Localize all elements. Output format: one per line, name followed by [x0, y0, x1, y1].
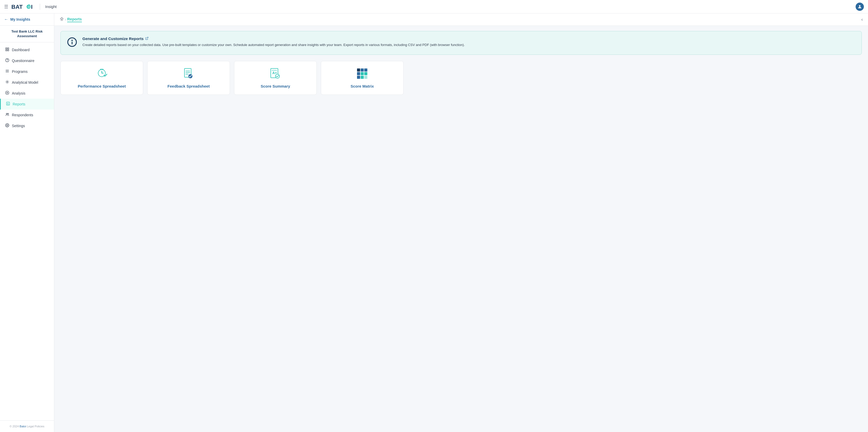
- svg-rect-49: [361, 76, 364, 79]
- sidebar-item-dashboard[interactable]: Dashboard: [0, 44, 54, 55]
- sidebar: ← My Insights Test Bank LLC Risk Assessm…: [0, 13, 54, 432]
- svg-point-16: [5, 91, 9, 95]
- back-arrow-icon: ←: [4, 17, 8, 22]
- report-cards-grid: Performance Spreadsheet: [60, 61, 862, 95]
- user-avatar[interactable]: [856, 3, 864, 11]
- svg-rect-48: [357, 76, 360, 79]
- sidebar-footer: © 2024 Batoi Legal Policies: [0, 420, 54, 432]
- info-banner-title: Generate and Customize Reports: [83, 36, 465, 41]
- svg-point-17: [7, 92, 8, 93]
- collapse-sidebar-icon[interactable]: ‹: [861, 17, 863, 22]
- breadcrumb-bar: › Reports ‹: [54, 13, 868, 26]
- sidebar-item-analysis[interactable]: Analysis: [0, 88, 54, 99]
- svg-rect-42: [357, 68, 360, 71]
- breadcrumb-separator: ›: [65, 18, 66, 22]
- sidebar-item-settings[interactable]: Settings: [0, 120, 54, 131]
- sidebar-nav: Dashboard Questionnaire Programs: [0, 42, 54, 420]
- report-card-feedback-spreadsheet[interactable]: Feedback Spreadsheet: [147, 61, 230, 95]
- main-content: › Reports ‹ Generate and Customize Repor…: [54, 13, 868, 432]
- svg-text:®: ®: [29, 4, 30, 5]
- feedback-spreadsheet-label: Feedback Spreadsheet: [167, 84, 210, 88]
- org-name: Test Bank LLC Risk Assessment: [4, 29, 50, 38]
- sidebar-item-respondents[interactable]: Respondents: [0, 110, 54, 120]
- sidebar-item-label: Reports: [13, 102, 25, 106]
- svg-text:O: O: [28, 5, 30, 9]
- info-banner-content: Generate and Customize Reports Create de…: [83, 36, 465, 48]
- svg-rect-9: [7, 50, 9, 51]
- info-circle-icon: [67, 37, 77, 49]
- svg-point-5: [859, 5, 861, 7]
- breadcrumb: › Reports: [59, 17, 82, 23]
- settings-icon: [5, 123, 9, 128]
- sidebar-item-label: Analysis: [12, 91, 25, 95]
- programs-icon: [5, 69, 9, 74]
- svg-point-24: [7, 125, 8, 126]
- svg-rect-6: [6, 48, 7, 49]
- batoi-link[interactable]: Batoi: [20, 425, 26, 428]
- questionnaire-icon: [5, 58, 9, 63]
- analytical-model-icon: [5, 80, 9, 85]
- external-link-icon[interactable]: [145, 37, 149, 41]
- performance-spreadsheet-label: Performance Spreadsheet: [78, 84, 126, 88]
- svg-point-23: [7, 114, 8, 115]
- svg-rect-45: [357, 72, 360, 75]
- my-insights-label: My Insights: [10, 17, 30, 22]
- sidebar-item-label: Programs: [12, 69, 28, 74]
- svg-text:I: I: [31, 4, 33, 10]
- sidebar-item-analytical-model[interactable]: Analytical Model: [0, 77, 54, 88]
- info-banner-description: Create detailed reports based on your co…: [83, 42, 465, 48]
- svg-text:BAT: BAT: [11, 4, 23, 10]
- sidebar-item-questionnaire[interactable]: Questionnaire: [0, 55, 54, 66]
- reports-icon: [6, 101, 10, 107]
- sidebar-item-label: Respondents: [12, 113, 33, 117]
- score-summary-label: Score Summary: [261, 84, 290, 88]
- svg-point-15: [7, 82, 8, 83]
- score-matrix-icon: [356, 67, 368, 81]
- svg-line-28: [147, 37, 148, 38]
- svg-rect-7: [7, 48, 9, 49]
- batoi-logo-svg: BAT O I ®: [11, 3, 35, 10]
- sidebar-item-reports[interactable]: Reports: [0, 99, 54, 110]
- logo: BAT O I ®: [11, 3, 35, 10]
- dashboard-icon: [5, 47, 9, 53]
- nav-divider: [40, 4, 40, 10]
- top-navigation: ☰ BAT O I ® Insight: [0, 0, 868, 13]
- sidebar-org-info: Test Bank LLC Risk Assessment: [0, 26, 54, 42]
- svg-point-11: [7, 61, 7, 61]
- svg-rect-43: [361, 68, 364, 71]
- analysis-icon: [5, 91, 9, 96]
- sidebar-item-label: Dashboard: [12, 48, 30, 52]
- app-name-label: Insight: [45, 4, 57, 9]
- sidebar-item-programs[interactable]: Programs: [0, 66, 54, 77]
- performance-spreadsheet-icon: [96, 67, 108, 81]
- info-banner: Generate and Customize Reports Create de…: [60, 31, 862, 55]
- page-content: Generate and Customize Reports Create de…: [54, 26, 868, 432]
- svg-point-22: [6, 114, 7, 115]
- home-breadcrumb-icon[interactable]: [59, 17, 64, 23]
- feedback-spreadsheet-icon: [182, 67, 195, 81]
- report-card-performance-spreadsheet[interactable]: Performance Spreadsheet: [60, 61, 143, 95]
- sidebar-item-label: Settings: [12, 124, 25, 128]
- score-summary-icon: A+: [269, 67, 282, 81]
- sidebar-item-label: Analytical Model: [12, 80, 38, 85]
- svg-rect-44: [364, 68, 367, 71]
- respondents-icon: [5, 113, 9, 118]
- hamburger-menu-icon[interactable]: ☰: [4, 4, 8, 9]
- sidebar-item-label: Questionnaire: [12, 59, 34, 63]
- svg-rect-8: [6, 50, 7, 51]
- app-layout: ← My Insights Test Bank LLC Risk Assessm…: [0, 13, 868, 432]
- svg-rect-50: [364, 76, 367, 79]
- breadcrumb-current-page: Reports: [67, 17, 82, 22]
- svg-point-40: [275, 74, 280, 78]
- score-matrix-label: Score Matrix: [350, 84, 374, 88]
- svg-rect-46: [361, 72, 364, 75]
- sidebar-my-insights[interactable]: ← My Insights: [0, 13, 54, 26]
- report-card-score-summary[interactable]: A+ Score Summary: [234, 61, 317, 95]
- report-card-score-matrix[interactable]: Score Matrix: [321, 61, 404, 95]
- svg-rect-47: [364, 72, 367, 75]
